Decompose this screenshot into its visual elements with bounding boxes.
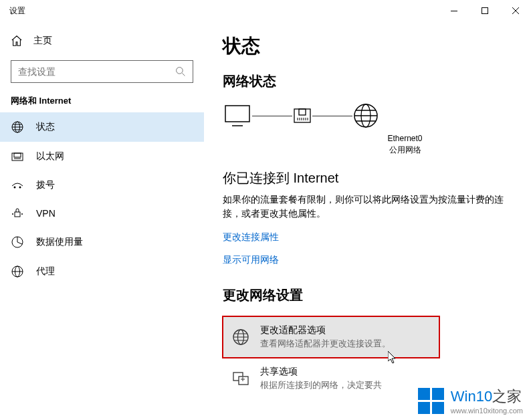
- sidebar-item-ethernet[interactable]: 以太网: [0, 142, 204, 171]
- main-content: 状态 网络状态 Ethernet0 公用网络 你已连接到 Internet 如果…: [204, 21, 531, 420]
- sidebar-item-vpn[interactable]: VPN: [0, 199, 204, 227]
- adapter-icon: [292, 106, 312, 126]
- card-title: 共享选项: [260, 366, 382, 378]
- svg-rect-17: [299, 109, 306, 115]
- globe-icon: [352, 102, 379, 129]
- diagram-line: [252, 116, 292, 116]
- sidebar-item-status[interactable]: 状态: [0, 112, 204, 142]
- svg-rect-9: [15, 212, 20, 217]
- proxy-icon: [11, 265, 24, 278]
- card-change-adapter-options[interactable]: 更改适配器选项 查看网络适配器并更改连接设置。: [223, 316, 439, 358]
- connected-title: 你已连接到 Internet: [223, 169, 515, 187]
- link-change-connection-props[interactable]: 更改连接属性: [223, 231, 515, 243]
- card-title: 更改适配器选项: [260, 324, 391, 336]
- home-icon: [11, 35, 23, 47]
- svg-rect-1: [482, 8, 488, 14]
- card-desc: 根据所连接到的网络，决定要共: [260, 379, 382, 391]
- svg-point-7: [14, 187, 16, 189]
- home-label: 主页: [33, 35, 52, 47]
- adapter-type: 公用网络: [295, 144, 515, 156]
- sidebar-item-datausage[interactable]: 数据使用量: [0, 227, 204, 257]
- svg-rect-0: [451, 11, 457, 11]
- sharing-icon: [232, 370, 248, 387]
- globe-icon: [232, 328, 248, 346]
- sidebar-item-label: 以太网: [36, 150, 64, 163]
- sidebar-item-proxy[interactable]: 代理: [0, 257, 204, 286]
- sidebar-item-label: 代理: [36, 266, 55, 278]
- watermark-brand: Win10之家: [451, 387, 523, 407]
- data-usage-icon: [11, 235, 24, 249]
- svg-rect-6: [14, 153, 21, 157]
- link-show-networks[interactable]: 显示可用网络: [223, 254, 515, 266]
- network-status-heading: 网络状态: [223, 72, 515, 90]
- card-desc: 查看网络适配器并更改连接设置。: [260, 338, 391, 350]
- search-input[interactable]: [18, 66, 175, 77]
- sidebar-item-label: 数据使用量: [36, 236, 83, 248]
- diagram-line: [312, 116, 352, 116]
- window-title: 设置: [9, 5, 25, 17]
- page-heading: 状态: [223, 33, 515, 59]
- sidebar: 主页 网络和 Internet 状态 以太网 拨号: [0, 21, 204, 420]
- sidebar-item-label: VPN: [36, 208, 56, 219]
- home-button[interactable]: 主页: [0, 28, 204, 54]
- minimize-button[interactable]: [439, 0, 469, 21]
- svg-point-8: [19, 187, 21, 189]
- maximize-button[interactable]: [469, 0, 500, 21]
- watermark: Win10之家 www.win10xitong.com: [418, 387, 523, 415]
- vpn-icon: [11, 207, 24, 219]
- search-icon: [175, 66, 186, 77]
- sidebar-section-title: 网络和 Internet: [0, 83, 204, 112]
- network-diagram: [223, 102, 515, 129]
- ethernet-icon: [11, 150, 24, 163]
- change-network-settings-heading: 更改网络设置: [223, 286, 515, 304]
- windows-logo-icon: [418, 388, 444, 414]
- dialup-icon: [11, 179, 24, 191]
- sidebar-item-dialup[interactable]: 拨号: [0, 171, 204, 199]
- adapter-label: Ethernet0 公用网络: [295, 133, 515, 156]
- globe-icon: [11, 120, 24, 134]
- computer-icon: [223, 104, 252, 128]
- svg-point-10: [12, 213, 13, 215]
- sidebar-item-label: 状态: [36, 121, 55, 133]
- window-controls: [439, 0, 531, 21]
- svg-point-11: [21, 213, 23, 215]
- adapter-name: Ethernet0: [295, 133, 515, 144]
- title-bar: 设置: [0, 0, 531, 21]
- connected-desc: 如果你的流量套餐有限制，则你可以将此网络设置为按流量计费的连接，或者更改其他属性…: [223, 193, 515, 221]
- svg-rect-15: [225, 106, 249, 122]
- search-box[interactable]: [11, 60, 193, 83]
- close-button[interactable]: [500, 0, 531, 21]
- sidebar-item-label: 拨号: [36, 179, 55, 191]
- watermark-url: www.win10xitong.com: [451, 407, 523, 415]
- svg-point-2: [177, 68, 183, 74]
- svg-rect-23: [239, 377, 248, 385]
